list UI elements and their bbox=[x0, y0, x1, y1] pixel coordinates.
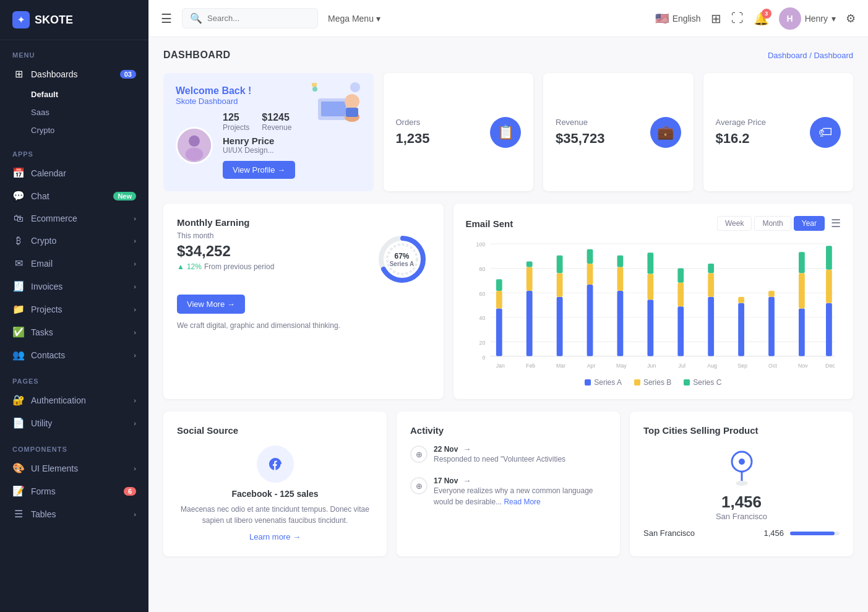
tasks-label: Tasks bbox=[31, 327, 127, 337]
monthly-title: Monthly Earning bbox=[177, 217, 430, 228]
sidebar-apps-section: APPS 📅 Calendar 💬 Chat New 🛍 Ecommerce ›… bbox=[0, 139, 148, 366]
forms-badge: 6 bbox=[124, 487, 136, 496]
search-box[interactable]: 🔍 bbox=[182, 8, 318, 28]
sidebar-item-contacts[interactable]: 👥 Contacts › bbox=[0, 343, 148, 366]
bar-chart-area: 100 80 60 40 20 0 Jan bbox=[466, 237, 841, 373]
monthly-change: ▲ 12% From previous period bbox=[177, 262, 274, 271]
calendar-icon: 📅 bbox=[12, 167, 25, 179]
chart-menu-icon[interactable]: ☰ bbox=[831, 217, 841, 230]
sidebar-item-forms[interactable]: 📝 Forms 6 bbox=[0, 480, 148, 502]
welcome-illustration bbox=[306, 78, 367, 127]
section-label-apps: APPS bbox=[0, 139, 148, 162]
read-more-link[interactable]: Read More bbox=[504, 498, 540, 506]
hamburger-button[interactable]: ☰ bbox=[161, 11, 172, 26]
sidebar-item-tables[interactable]: ☰ Tables › bbox=[0, 502, 148, 525]
sidebar-item-tasks[interactable]: ✅ Tasks › bbox=[0, 321, 148, 343]
utility-label: Utility bbox=[31, 418, 127, 428]
ui-elements-label: UI Elements bbox=[31, 463, 127, 473]
mega-menu-button[interactable]: Mega Menu ▾ bbox=[328, 14, 380, 24]
settings-icon[interactable]: ⚙ bbox=[846, 12, 856, 25]
sidebar-item-chat[interactable]: 💬 Chat New bbox=[0, 184, 148, 207]
legend-series-c: Series C bbox=[684, 378, 721, 387]
sidebar-item-ecommerce[interactable]: 🛍 Ecommerce › bbox=[0, 207, 148, 230]
forms-label: Forms bbox=[31, 486, 118, 496]
wc-projects-stat: 125 Projects bbox=[223, 112, 249, 132]
city-top-name: San Francisco bbox=[643, 512, 840, 521]
sidebar-item-crypto[interactable]: ₿ Crypto › bbox=[0, 230, 148, 252]
wc-projects-label: Projects bbox=[223, 123, 249, 132]
crypto-icon: ₿ bbox=[12, 235, 25, 246]
svg-point-9 bbox=[189, 136, 200, 147]
change-pct: 12% bbox=[187, 262, 202, 271]
sidebar-item-projects[interactable]: 📁 Projects › bbox=[0, 298, 148, 321]
orders-stat-card: Orders 1,235 📋 bbox=[384, 73, 534, 191]
legend-dot-a bbox=[585, 379, 591, 386]
svg-text:Mar: Mar bbox=[556, 363, 565, 369]
monthly-info: This month $34,252 ▲ 12% From previous p… bbox=[177, 231, 274, 271]
svg-rect-34 bbox=[556, 297, 562, 356]
contacts-label: Contacts bbox=[31, 350, 127, 360]
wc-avatar bbox=[176, 127, 213, 164]
flag-icon: 🇺🇸 bbox=[655, 12, 669, 25]
svg-text:Apr: Apr bbox=[587, 363, 595, 369]
svg-rect-54 bbox=[708, 297, 714, 356]
svg-text:Aug: Aug bbox=[707, 363, 717, 369]
sidebar-item-calendar[interactable]: 📅 Calendar bbox=[0, 162, 148, 184]
wc-user-role: UI/UX Design... bbox=[223, 146, 295, 155]
invoices-label: Invoices bbox=[31, 282, 127, 291]
svg-point-3 bbox=[345, 94, 359, 109]
activity-date-1: 22 Nov bbox=[434, 445, 458, 454]
sub-item-default[interactable]: Default bbox=[0, 85, 148, 103]
wc-user-name: Henry Price bbox=[223, 136, 295, 146]
sub-item-crypto[interactable]: Crypto bbox=[0, 121, 148, 139]
fullscreen-button[interactable]: ⛶ bbox=[731, 11, 744, 25]
period-year-button[interactable]: Year bbox=[794, 216, 825, 231]
dashboards-badge: 03 bbox=[120, 70, 136, 79]
svg-rect-43 bbox=[617, 267, 623, 291]
view-more-button[interactable]: View More → bbox=[177, 295, 245, 314]
svg-rect-56 bbox=[708, 264, 714, 273]
revenue-stat-card: Revenue $35,723 💼 bbox=[543, 73, 694, 191]
svg-rect-26 bbox=[496, 309, 502, 356]
language-button[interactable]: 🇺🇸 English bbox=[655, 12, 701, 25]
activity-date-2: 17 Nov bbox=[434, 476, 458, 485]
search-input[interactable] bbox=[207, 14, 306, 23]
sidebar-item-ui-elements[interactable]: 🎨 UI Elements › bbox=[0, 457, 148, 480]
sidebar-item-utility[interactable]: 📄 Utility › bbox=[0, 412, 148, 434]
sidebar-logo[interactable]: ✦ SKOTE bbox=[0, 0, 148, 40]
sidebar-item-invoices[interactable]: 🧾 Invoices › bbox=[0, 275, 148, 298]
svg-rect-31 bbox=[526, 267, 532, 291]
period-week-button[interactable]: Week bbox=[717, 216, 752, 231]
auth-label: Authentication bbox=[31, 395, 127, 405]
user-menu-button[interactable]: H Henry ▾ bbox=[779, 7, 836, 30]
sidebar-item-authentication[interactable]: 🔐 Authentication › bbox=[0, 389, 148, 412]
activity-item-2: ⊕ 17 Nov → Everyone realizes why a new c… bbox=[410, 476, 606, 507]
chart-legend: Series A Series B Series C bbox=[466, 378, 841, 387]
activity-text-2: Everyone realizes why a new common langu… bbox=[434, 485, 606, 507]
sidebar-item-dashboards[interactable]: ⊞ Dashboards 03 bbox=[0, 62, 148, 85]
city-row-right: 1,456 bbox=[763, 528, 840, 538]
sub-item-saas[interactable]: Saas bbox=[0, 103, 148, 121]
orders-stat-info: Orders 1,235 bbox=[396, 118, 430, 147]
svg-rect-30 bbox=[526, 291, 532, 356]
city-row-1: San Francisco 1,456 bbox=[643, 528, 840, 538]
view-profile-button[interactable]: View Profile → bbox=[223, 161, 295, 179]
tables-chevron: › bbox=[134, 511, 136, 518]
chart-title: Email Sent bbox=[466, 218, 513, 229]
svg-text:Jun: Jun bbox=[647, 363, 656, 369]
activity-title: Activity bbox=[410, 425, 606, 436]
top-cities-card: Top Cities Selling Product 1,456 San Fra… bbox=[630, 412, 853, 556]
second-row: Monthly Earning This month $34,252 ▲ 12%… bbox=[163, 204, 853, 399]
user-avatar: H bbox=[779, 7, 801, 30]
grid-icon-button[interactable]: ⊞ bbox=[711, 11, 721, 26]
dashboards-label: Dashboards bbox=[31, 69, 114, 79]
projects-icon: 📁 bbox=[12, 303, 25, 315]
sidebar-item-email[interactable]: ✉ Email › bbox=[0, 252, 148, 275]
period-month-button[interactable]: Month bbox=[754, 216, 791, 231]
learn-more-link[interactable]: Learn more → bbox=[249, 532, 301, 541]
invoices-chevron: › bbox=[134, 283, 136, 290]
logo-icon: ✦ bbox=[12, 11, 30, 28]
wc-projects-count: 125 bbox=[223, 112, 249, 123]
svg-rect-51 bbox=[677, 283, 684, 307]
notification-button[interactable]: 🔔 3 bbox=[754, 11, 769, 26]
